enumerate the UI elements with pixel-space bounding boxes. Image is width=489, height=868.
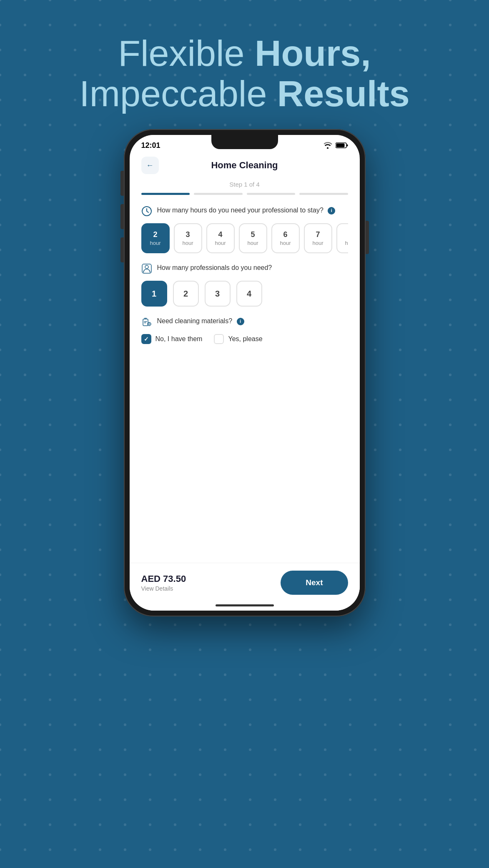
hours-section: How many hours do you need your professi… bbox=[141, 206, 348, 253]
hour-label-8: hour bbox=[345, 240, 348, 246]
progress-step-2 bbox=[194, 193, 243, 195]
app-header: ← Home Cleaning bbox=[141, 156, 348, 175]
status-bar: 12:01 bbox=[130, 135, 360, 156]
materials-yes-checkbox[interactable] bbox=[214, 334, 224, 344]
battery-icon bbox=[336, 142, 348, 149]
cleaning-icon bbox=[141, 317, 152, 327]
professionals-section-header: How many professionals do you need? bbox=[141, 263, 348, 274]
headline-impeccable: Impeccable bbox=[79, 73, 277, 114]
view-details-link[interactable]: View Details bbox=[141, 585, 186, 592]
svg-rect-2 bbox=[346, 145, 348, 147]
home-indicator bbox=[216, 604, 274, 606]
materials-label: Need cleaning materials? i bbox=[157, 317, 244, 326]
materials-no-option[interactable]: ✓ No, I have them bbox=[141, 334, 203, 344]
hour-option-8[interactable]: 8 hour bbox=[336, 223, 348, 253]
step-indicator: Step 1 of 4 bbox=[141, 181, 348, 188]
svg-rect-6 bbox=[143, 319, 148, 326]
hours-info-badge[interactable]: i bbox=[328, 207, 335, 215]
hour-option-6[interactable]: 6 hour bbox=[271, 223, 300, 253]
hour-value-2: 2 bbox=[153, 230, 157, 239]
pro-count-3[interactable]: 3 bbox=[205, 281, 231, 307]
headline-flexible: Flexible bbox=[118, 32, 255, 74]
hour-value-3: 3 bbox=[186, 230, 190, 239]
materials-no-label: No, I have them bbox=[155, 335, 203, 343]
page-title: Home Cleaning bbox=[211, 160, 278, 171]
hour-label-2: hour bbox=[150, 240, 160, 246]
bottom-bar: AED 73.50 View Details Next bbox=[130, 563, 360, 611]
svg-rect-1 bbox=[336, 144, 344, 147]
pro-count-2[interactable]: 2 bbox=[173, 281, 199, 307]
professionals-label: How many professionals do you need? bbox=[157, 263, 272, 272]
checkmark-icon: ✓ bbox=[144, 336, 149, 342]
clock-icon bbox=[141, 206, 152, 217]
wifi-icon bbox=[323, 142, 332, 149]
svg-point-5 bbox=[145, 265, 148, 269]
hour-label-3: hour bbox=[182, 240, 193, 246]
progress-bar bbox=[141, 193, 348, 195]
materials-options-row: ✓ No, I have them Yes, please bbox=[141, 334, 348, 344]
hours-label: How many hours do you need your professi… bbox=[157, 206, 336, 215]
hours-options-row: 2 hour 3 hour 4 hour 5 h bbox=[141, 223, 348, 253]
headline-results: Results bbox=[277, 73, 410, 114]
phone-frame: 12:01 bbox=[124, 129, 366, 616]
headline-hours: Hours, bbox=[255, 32, 371, 74]
pro-count-4[interactable]: 4 bbox=[236, 281, 262, 307]
hour-option-3[interactable]: 3 hour bbox=[174, 223, 202, 253]
hour-value-6: 6 bbox=[283, 230, 287, 239]
hour-option-7[interactable]: 7 hour bbox=[304, 223, 332, 253]
hour-option-2[interactable]: 2 hour bbox=[141, 223, 170, 253]
app-content: ← Home Cleaning Step 1 of 4 bbox=[130, 156, 360, 344]
status-time: 12:01 bbox=[141, 141, 160, 150]
materials-section-header: Need cleaning materials? i bbox=[141, 317, 348, 327]
hours-section-header: How many hours do you need your professi… bbox=[141, 206, 348, 217]
hour-value-5: 5 bbox=[251, 230, 255, 239]
hour-option-5[interactable]: 5 hour bbox=[239, 223, 267, 253]
professionals-icon bbox=[141, 263, 152, 274]
hour-label-5: hour bbox=[247, 240, 258, 246]
phone-screen: 12:01 bbox=[130, 135, 360, 611]
materials-info-badge[interactable]: i bbox=[237, 318, 244, 325]
status-icons bbox=[323, 142, 348, 149]
materials-yes-label: Yes, please bbox=[228, 335, 262, 343]
notch bbox=[211, 135, 278, 149]
hour-option-4[interactable]: 4 hour bbox=[206, 223, 235, 253]
headline-area: Flexible Hours, Impeccable Results bbox=[0, 33, 489, 114]
hour-value-4: 4 bbox=[218, 230, 222, 239]
professionals-count-row: 1 2 3 4 bbox=[141, 281, 348, 307]
next-button[interactable]: Next bbox=[281, 571, 348, 595]
price-section: AED 73.50 View Details bbox=[141, 574, 186, 592]
hour-value-7: 7 bbox=[316, 230, 320, 239]
hour-label-6: hour bbox=[280, 240, 291, 246]
headline-line1: Flexible Hours, bbox=[25, 33, 464, 74]
materials-no-checkbox[interactable]: ✓ bbox=[141, 334, 151, 344]
hour-label-7: hour bbox=[312, 240, 323, 246]
hour-label-4: hour bbox=[215, 240, 226, 246]
professionals-section: How many professionals do you need? 1 2 … bbox=[141, 263, 348, 307]
phone-mockup: 12:01 bbox=[124, 129, 366, 616]
headline-line2: Impeccable Results bbox=[25, 74, 464, 114]
pro-count-1[interactable]: 1 bbox=[141, 281, 167, 307]
price-amount: AED 73.50 bbox=[141, 574, 186, 584]
progress-step-3 bbox=[247, 193, 296, 195]
back-arrow-icon: ← bbox=[146, 161, 154, 170]
progress-step-1 bbox=[141, 193, 190, 195]
progress-step-4 bbox=[299, 193, 348, 195]
materials-yes-option[interactable]: Yes, please bbox=[214, 334, 262, 344]
back-button[interactable]: ← bbox=[141, 157, 159, 174]
materials-section: Need cleaning materials? i ✓ No, I have … bbox=[141, 317, 348, 344]
